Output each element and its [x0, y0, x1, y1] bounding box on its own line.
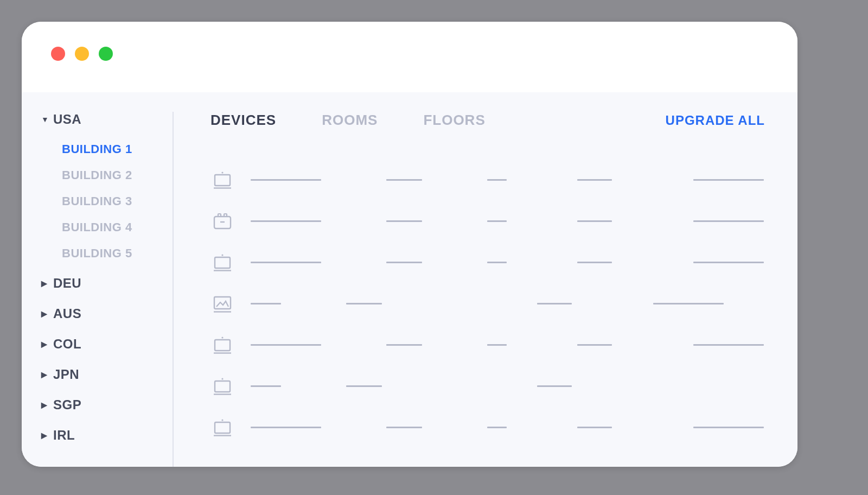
region-item-jpn[interactable]: ▶JPN: [41, 367, 162, 382]
building-item[interactable]: BUILDING 5: [62, 246, 162, 261]
placeholder-line: [653, 303, 724, 304]
placeholder-line: [346, 303, 382, 304]
placeholder-line: [346, 385, 382, 387]
svg-rect-16: [215, 381, 230, 392]
display-icon: [212, 169, 233, 191]
placeholder-line: [251, 262, 321, 263]
device-icon-holder: [210, 293, 234, 314]
placeholder-line: [251, 179, 321, 181]
device-icon-holder: [210, 375, 234, 397]
display-icon: [212, 416, 233, 438]
device-icon-holder: [210, 210, 234, 232]
placeholder-line: [577, 179, 612, 181]
placeholder-line: [487, 344, 507, 346]
region-item-irl[interactable]: ▶IRL: [41, 428, 162, 443]
placeholder-line: [577, 220, 612, 222]
sidebar: ▼USABUILDING 1BUILDING 2BUILDING 3BUILDI…: [22, 112, 174, 467]
upgrade-all-button[interactable]: UPGRADE ALL: [666, 113, 765, 128]
region-item-deu[interactable]: ▶DEU: [41, 276, 162, 291]
display-icon: [212, 251, 233, 273]
content-area: ▼USABUILDING 1BUILDING 2BUILDING 3BUILDI…: [22, 92, 797, 467]
placeholder-line: [693, 220, 764, 222]
region-item-usa[interactable]: ▼USA: [41, 112, 162, 127]
svg-rect-19: [215, 422, 230, 433]
placeholder-line: [251, 220, 321, 222]
placeholder-line: [487, 179, 507, 181]
placeholder-line: [487, 220, 507, 222]
region-item-sgp[interactable]: ▶SGP: [41, 397, 162, 412]
region-label: USA: [53, 112, 81, 127]
device-icon-holder: [210, 251, 234, 273]
svg-rect-10: [214, 297, 231, 309]
close-icon[interactable]: [51, 47, 65, 61]
display-icon: [212, 375, 233, 397]
titlebar: [22, 22, 797, 92]
placeholder-line: [386, 179, 422, 181]
svg-rect-1: [215, 175, 230, 186]
region-item-col[interactable]: ▶COL: [41, 337, 162, 352]
display-icon: [212, 334, 233, 356]
device-row[interactable]: [210, 324, 765, 365]
placeholder-line: [693, 179, 764, 181]
chevron-right-icon: ▶: [41, 431, 48, 440]
device-icon-holder: [210, 416, 234, 438]
svg-rect-8: [215, 257, 230, 268]
building-item[interactable]: BUILDING 1: [62, 142, 162, 156]
placeholder-line: [487, 262, 507, 263]
placeholder-line: [251, 427, 321, 428]
device-row[interactable]: [210, 159, 765, 200]
tab-devices[interactable]: DEVICES: [210, 112, 276, 129]
region-label: COL: [53, 337, 81, 352]
chevron-right-icon: ▶: [41, 309, 48, 318]
region-item-aus[interactable]: ▶AUS: [41, 306, 162, 321]
maximize-icon[interactable]: [99, 47, 113, 61]
device-row[interactable]: [210, 242, 765, 283]
device-row[interactable]: [210, 407, 765, 448]
placeholder-line: [386, 344, 422, 346]
placeholder-line: [251, 344, 321, 346]
region-children: BUILDING 1BUILDING 2BUILDING 3BUILDING 4…: [41, 142, 162, 261]
device-row[interactable]: [210, 365, 765, 407]
placeholder-line: [487, 427, 507, 428]
placeholder-line: [577, 344, 612, 346]
placeholder-line: [251, 303, 281, 304]
building-item[interactable]: BUILDING 3: [62, 194, 162, 208]
placeholder-line: [577, 262, 612, 263]
placeholder-line: [386, 427, 422, 428]
svg-point-0: [221, 172, 223, 173]
region-label: AUS: [53, 306, 81, 321]
placeholder-line: [251, 385, 281, 387]
placeholder-line: [537, 385, 572, 387]
chevron-down-icon: ▼: [41, 115, 48, 124]
svg-rect-13: [215, 340, 230, 351]
device-icon-holder: [210, 334, 234, 356]
chevron-right-icon: ▶: [41, 370, 48, 379]
region-label: SGP: [53, 397, 81, 412]
image-icon: [212, 293, 233, 314]
device-row[interactable]: [210, 200, 765, 242]
device-icon-holder: [210, 169, 234, 191]
placeholder-line: [577, 427, 612, 428]
placeholder-line: [386, 220, 422, 222]
tabs-row: DEVICESROOMSFLOORS UPGRADE ALL: [210, 112, 765, 129]
tab-rooms[interactable]: ROOMS: [322, 112, 378, 129]
device-row[interactable]: [210, 283, 765, 324]
svg-point-7: [221, 254, 223, 256]
chevron-right-icon: ▶: [41, 401, 48, 409]
chevron-right-icon: ▶: [41, 340, 48, 348]
app-window: ▼USABUILDING 1BUILDING 2BUILDING 3BUILDI…: [22, 22, 797, 467]
main-panel: DEVICESROOMSFLOORS UPGRADE ALL: [174, 112, 797, 467]
placeholder-line: [386, 262, 422, 263]
svg-point-18: [221, 419, 223, 421]
svg-point-15: [221, 378, 223, 379]
tab-floors[interactable]: FLOORS: [423, 112, 485, 129]
region-label: JPN: [53, 367, 79, 382]
placeholder-line: [537, 303, 572, 304]
minimize-icon[interactable]: [75, 47, 89, 61]
placeholder-line: [693, 427, 764, 428]
placeholder-line: [693, 262, 764, 263]
region-label: DEU: [53, 276, 81, 291]
building-item[interactable]: BUILDING 4: [62, 220, 162, 234]
briefcase-icon: [212, 210, 233, 232]
building-item[interactable]: BUILDING 2: [62, 168, 162, 182]
